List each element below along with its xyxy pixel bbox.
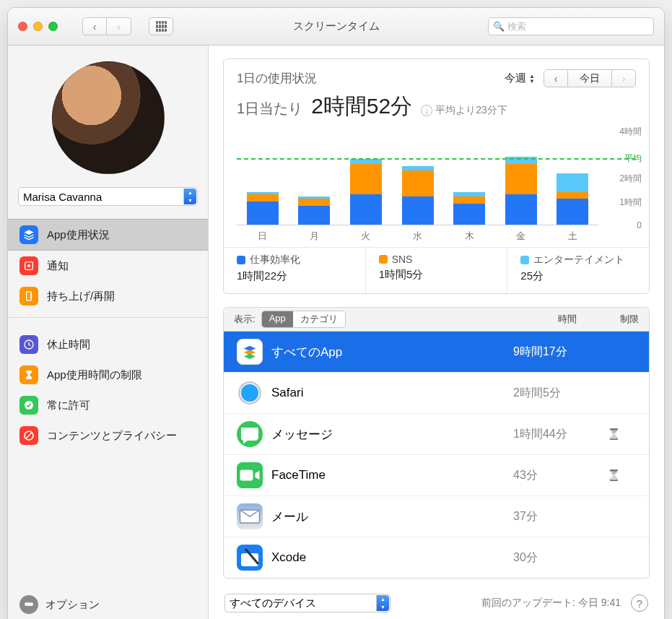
app-name: Xcode	[271, 550, 513, 565]
svg-line-6	[26, 433, 32, 438]
table-row[interactable]: Safari 2時間5分	[224, 372, 649, 413]
down-arrow-icon: ↓	[421, 105, 432, 116]
minimize-icon[interactable]	[33, 22, 43, 31]
search-icon: 🔍	[493, 21, 505, 32]
bar-segment	[557, 173, 588, 192]
daily-usage-card: 1日の使用状況 今週 ▲▼ ‹ 今日 › 1日当たり	[223, 59, 650, 294]
x-axis-label: 日	[237, 230, 289, 243]
app-icon	[237, 421, 263, 447]
app-limit-icon	[607, 427, 636, 441]
bar-column	[340, 131, 392, 225]
legend-swatch	[520, 256, 529, 264]
legend-item: 仕事効率化1時間22分	[224, 248, 365, 293]
app-icon	[237, 339, 263, 365]
show-all-button[interactable]	[149, 17, 173, 35]
average-line	[237, 158, 636, 160]
bar-column	[495, 131, 547, 225]
sidebar-item[interactable]: 持ち上げ/再開	[8, 281, 208, 311]
sidebar-item-label: 休止時間	[47, 338, 90, 352]
y-axis-label: 0	[637, 220, 642, 230]
table-row[interactable]: FaceTime 43分	[224, 454, 649, 495]
search-input[interactable]: 🔍 検索	[488, 17, 654, 35]
bar-column	[237, 131, 289, 225]
options-button[interactable]: ••• オプション	[8, 584, 208, 619]
forward-button[interactable]: ›	[107, 17, 131, 35]
app-icon	[237, 380, 263, 406]
window: ‹ › スクリーンタイム 🔍 検索 Marisa Cavanna ▲▼ App使…	[7, 7, 665, 619]
table-header: 表示: App カテゴリ 時間 制限	[224, 308, 649, 332]
chart-legend: 仕事効率化1時間22分SNS1時間5分エンターテイメント25分	[224, 247, 649, 293]
app-name: メール	[271, 508, 513, 525]
sidebar-item[interactable]: コンテンツとプライバシー	[8, 420, 208, 451]
app-limit-icon	[607, 468, 636, 482]
sidebar: Marisa Cavanna ▲▼ App使用状況通知持ち上げ/再開 休止時間A…	[8, 46, 209, 619]
col-limit: 制限	[620, 313, 639, 326]
app-name: すべてのApp	[271, 344, 513, 360]
legend-label: 仕事効率化	[250, 254, 300, 267]
seg-category[interactable]: カテゴリ	[293, 311, 345, 327]
bar-column	[546, 131, 598, 225]
bar-segment	[298, 206, 330, 225]
daily-usage-label: 1日の使用状況	[237, 70, 317, 87]
svg-rect-2	[27, 292, 32, 300]
usage-chart: 4時間平均2時間1時間0	[237, 131, 598, 225]
table-row[interactable]: メール 37分	[224, 495, 649, 537]
traffic-lights	[18, 22, 58, 31]
sidebar-item[interactable]: 通知	[8, 251, 208, 281]
table-row[interactable]: すべてのApp 9時間17分	[224, 332, 649, 372]
bar-segment	[453, 196, 485, 204]
table-row[interactable]: メッセージ 1時間44分	[224, 413, 649, 454]
zoom-icon[interactable]	[48, 22, 58, 31]
legend-item: エンターテイメント25分	[507, 248, 649, 293]
sidebar-item[interactable]: App使用時間の制限	[8, 360, 208, 390]
content: 1日の使用状況 今週 ▲▼ ‹ 今日 › 1日当たり	[209, 46, 664, 619]
bar-segment	[350, 164, 382, 194]
app-icon	[237, 462, 263, 488]
back-button[interactable]: ‹	[82, 17, 107, 35]
per-day-value: 2時間52分	[311, 92, 412, 121]
x-axis-label: 木	[443, 230, 495, 243]
app-time: 37分	[513, 509, 607, 524]
prev-button[interactable]: ‹	[544, 69, 568, 87]
bar-column	[289, 131, 341, 225]
bar-segment	[402, 170, 434, 196]
svg-point-1	[27, 264, 30, 267]
bell-icon	[19, 256, 38, 275]
user-select[interactable]: Marisa Cavanna ▲▼	[18, 187, 198, 206]
legend-value: 1時間22分	[237, 269, 352, 283]
week-selector[interactable]: 今週 ▲▼	[505, 72, 535, 85]
per-day-label: 1日当たり	[237, 99, 302, 118]
bar-column	[392, 131, 444, 225]
legend-swatch	[237, 256, 245, 264]
sidebar-item[interactable]: 常に許可	[8, 390, 208, 420]
device-select[interactable]: すべてのデバイス ▲▼	[224, 594, 390, 612]
sidebar-item-label: App使用時間の制限	[47, 368, 142, 382]
date-pager: ‹ 今日 ›	[544, 69, 636, 87]
today-button[interactable]: 今日	[568, 69, 611, 87]
svg-point-8	[241, 384, 258, 402]
x-axis-label: 土	[546, 230, 598, 243]
app-name: メッセージ	[271, 426, 513, 443]
bar-column	[443, 131, 495, 225]
bar-segment	[557, 192, 588, 199]
titlebar: ‹ › スクリーンタイム 🔍 検索	[8, 8, 664, 46]
next-button[interactable]: ›	[611, 69, 636, 87]
footer: すべてのデバイス ▲▼ 前回のアップデート: 今日 9:41 ?	[209, 594, 664, 619]
app-time: 2時間5分	[513, 386, 607, 401]
sidebar-item[interactable]: 休止時間	[8, 329, 208, 360]
app-icon	[237, 503, 263, 529]
ellipsis-icon: •••	[19, 595, 38, 614]
close-icon[interactable]	[18, 22, 27, 31]
app-time: 30分	[513, 550, 607, 566]
clock-icon	[19, 335, 38, 354]
help-button[interactable]: ?	[631, 594, 648, 612]
table-row[interactable]: Xcode 30分	[224, 537, 649, 578]
app-name: Safari	[271, 386, 513, 400]
sidebar-item[interactable]: App使用状況	[8, 219, 208, 251]
chevron-updown-icon: ▲▼	[183, 189, 196, 204]
seg-app[interactable]: App	[262, 311, 293, 327]
y-axis-label: 2時間	[619, 173, 642, 185]
app-table-card: 表示: App カテゴリ 時間 制限 すべてのApp 9時間17分 Safari…	[223, 307, 650, 579]
bar-segment	[298, 199, 330, 206]
bar-segment	[402, 196, 434, 225]
